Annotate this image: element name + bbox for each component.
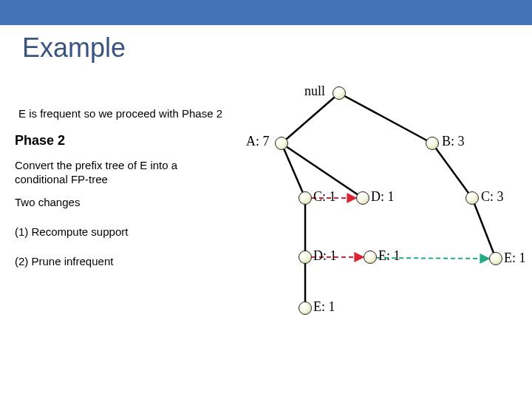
label-d1a: D: 1 [371, 189, 395, 205]
label-c3: C: 3 [481, 189, 504, 205]
node-e1a [364, 250, 377, 264]
label-e1c: E: 1 [504, 250, 526, 266]
label-e1b: E: 1 [313, 299, 335, 315]
label-null: null [304, 83, 325, 99]
node-c1 [299, 191, 312, 205]
label-a: A: 7 [246, 134, 270, 149]
label-c1: C: 1 [313, 189, 336, 205]
text-step-2: (2) Prune infrequent [15, 255, 113, 267]
node-b [426, 137, 439, 150]
svg-line-0 [282, 93, 339, 143]
text-two-changes: Two changes [15, 196, 80, 208]
svg-line-2 [282, 143, 305, 198]
node-d1b [299, 250, 312, 264]
svg-line-6 [432, 143, 472, 198]
node-a [275, 137, 288, 150]
slide-top-bar [0, 0, 532, 25]
text-line-frequent: E is frequent so we proceed with Phase 2 [18, 107, 222, 120]
slide-title: Example [22, 33, 126, 64]
node-e1c [489, 252, 502, 265]
node-d1a [356, 191, 369, 205]
node-c3 [466, 191, 479, 205]
svg-line-1 [339, 93, 432, 143]
text-step-1: (1) Recompute support [15, 225, 128, 238]
node-null [332, 86, 346, 100]
text-phase-2: Phase 2 [15, 133, 65, 149]
node-e1b [299, 301, 312, 315]
svg-line-7 [472, 198, 496, 259]
label-b: B: 3 [442, 134, 465, 149]
label-d1b: D: 1 [313, 248, 337, 264]
label-e1a: E: 1 [378, 248, 400, 264]
text-convert: Convert the prefix tree of E into a cond… [15, 159, 214, 187]
